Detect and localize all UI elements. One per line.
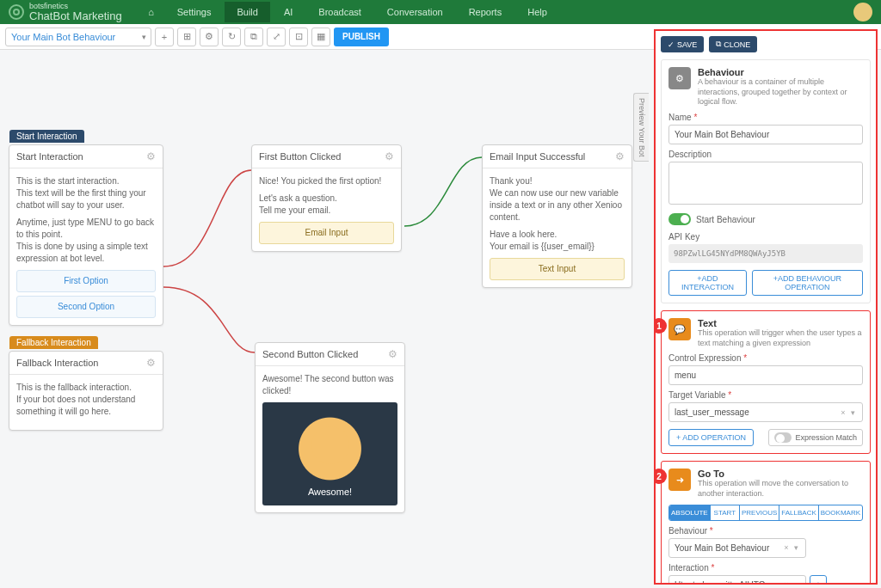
nav-help[interactable]: Help [515, 2, 559, 22]
toolbar-settings-icon[interactable]: ⚙ [200, 28, 219, 46]
top-bar: botsfineticsChatBot Marketing ⌂ Settings… [0, 0, 881, 24]
publish-button[interactable]: PUBLISH [334, 28, 389, 46]
user-avatar[interactable] [853, 3, 872, 21]
clone-button[interactable]: ⧉ CLONE [709, 36, 757, 50]
brand: botsfineticsChatBot Marketing [9, 3, 122, 21]
main-nav: ⌂ Settings Build AI Broadcast Conversati… [139, 2, 853, 22]
toolbar-refresh-icon[interactable]: ↻ [222, 28, 241, 46]
toolbar-layout-icon[interactable]: ⊞ [177, 28, 196, 46]
behaviour-select[interactable]: Your Main Bot Behaviour [5, 28, 151, 46]
nav-reports[interactable]: Reports [457, 2, 514, 22]
toolbar-copy-icon[interactable]: ⧉ [244, 28, 263, 46]
add-button[interactable]: + [155, 28, 174, 46]
save-button[interactable]: ✓ SAVE [661, 36, 704, 50]
nav-ai[interactable]: AI [272, 2, 305, 22]
brand-large: ChatBot Marketing [29, 9, 122, 22]
nav-settings[interactable]: Settings [165, 2, 224, 22]
nav-home[interactable]: ⌂ [139, 2, 163, 22]
toolbar-tag-icon[interactable]: ⊡ [289, 28, 308, 46]
toolbar-grid-icon[interactable]: ▦ [311, 28, 330, 46]
nav-broadcast[interactable]: Broadcast [306, 2, 373, 22]
toolbar-expand-icon[interactable]: ⤢ [267, 28, 286, 46]
nav-conversation[interactable]: Conversation [375, 2, 455, 22]
side-panel: ✓ SAVE ⧉ CLONE ⚙ Behaviour A behaviour i… [654, 29, 878, 50]
brand-logo-icon [9, 4, 24, 20]
nav-build[interactable]: Build [225, 2, 269, 22]
